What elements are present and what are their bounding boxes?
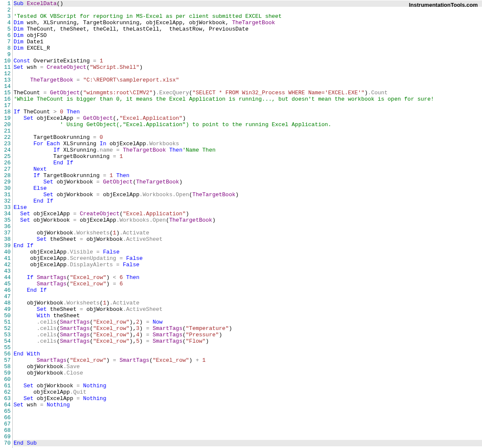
line-number: 31: [0, 192, 11, 198]
code-line[interactable]: SmartTags("Excel_row") = SmartTags("Exce…: [14, 357, 482, 363]
code-line[interactable]: Const OverwriteExisting = 1: [14, 58, 482, 64]
code-line[interactable]: Dim EXCEL_R: [14, 45, 482, 51]
code-line[interactable]: Set objExcelApp = CreateObject("Excel.Ap…: [14, 211, 482, 217]
code-line[interactable]: TheTargetBook = "C:\REPORT\samplereport.…: [14, 77, 482, 83]
line-number: 65: [0, 408, 11, 414]
code-line[interactable]: For Each XLSrunning In objExcelApp.Workb…: [14, 141, 482, 147]
code-line[interactable]: [14, 70, 482, 77]
code-line[interactable]: objExcelApp.ScreenUpdating = False: [14, 255, 482, 262]
code-line[interactable]: ' Using GetObject(,"Excel.Application") …: [14, 121, 482, 128]
code-line[interactable]: [14, 376, 482, 383]
code-line[interactable]: Set theSheet = objWorkbook.ActiveSheet: [14, 236, 482, 242]
code-line[interactable]: End If: [14, 242, 482, 249]
code-line[interactable]: objWorkbook.Save: [14, 363, 482, 370]
code-line[interactable]: TargetBookrunning = 0: [14, 134, 482, 141]
code-line[interactable]: Set objWorkbook = objExcelApp.Workbooks.…: [14, 192, 482, 198]
code-line[interactable]: [14, 128, 482, 134]
code-line[interactable]: Set wsh = CreateObject("WScript.Shell"): [14, 64, 482, 70]
code-line[interactable]: [14, 434, 482, 440]
code-line[interactable]: Set objExcelApp = Nothing: [14, 395, 482, 402]
code-line[interactable]: 'Tested OK VBScript for reporting in MS-…: [14, 13, 482, 20]
code-line[interactable]: TheCount = GetObject("winmgmts:root\CIMV…: [14, 90, 482, 96]
code-line[interactable]: Else: [14, 204, 482, 211]
code-line[interactable]: [14, 408, 482, 414]
line-number: 36: [0, 223, 11, 230]
line-number: 11: [0, 64, 11, 70]
code-line[interactable]: TargetBookrunning = 1: [14, 153, 482, 160]
code-line[interactable]: End Sub: [14, 440, 482, 446]
code-line[interactable]: If SmartTags("Excel_row") < 6 Then: [14, 274, 482, 281]
code-line[interactable]: .cells(SmartTags("Excel_row"),5) = Smart…: [14, 338, 482, 344]
code-line[interactable]: Set theSheet = objWorkbook.ActiveSheet: [14, 306, 482, 313]
line-number: 30: [0, 185, 11, 192]
code-line[interactable]: End If: [14, 287, 482, 293]
line-number: 4: [0, 20, 11, 26]
line-number: 60: [0, 376, 11, 383]
line-number: 50: [0, 313, 11, 319]
code-line[interactable]: Else: [14, 185, 482, 192]
code-line[interactable]: [14, 223, 482, 230]
code-line[interactable]: [14, 421, 482, 427]
line-number: 12: [0, 70, 11, 77]
code-line[interactable]: SmartTags("Excel_row") = 6: [14, 281, 482, 287]
code-line[interactable]: Set objWorkbook = objExcelApp.Workbooks.…: [14, 217, 482, 223]
code-line[interactable]: [14, 344, 482, 351]
line-number: 64: [0, 402, 11, 408]
line-number: 54: [0, 338, 11, 344]
code-line[interactable]: 'While TheCount is bigger than 0, it mea…: [14, 96, 482, 102]
code-line[interactable]: [14, 414, 482, 421]
line-number: 43: [0, 268, 11, 274]
code-line[interactable]: End If: [14, 160, 482, 166]
code-line[interactable]: objExcelApp.DisplayAlerts = False: [14, 262, 482, 268]
line-number: 39: [0, 242, 11, 249]
code-line[interactable]: Dim wsh, XLSrunning, TargetBookrunning, …: [14, 20, 482, 26]
line-number: 40: [0, 249, 11, 255]
code-line[interactable]: objWorkbook.Worksheets(1).Activate: [14, 230, 482, 236]
code-line[interactable]: [14, 268, 482, 274]
code-line[interactable]: Set objWorkbook = Nothing: [14, 383, 482, 389]
code-line[interactable]: End With: [14, 351, 482, 357]
code-line[interactable]: Dim TheCount, theSheet, theCell, theLast…: [14, 26, 482, 32]
line-number: 13: [0, 77, 11, 83]
code-line[interactable]: [14, 51, 482, 58]
code-line[interactable]: .cells(SmartTags("Excel_row"),3) = Smart…: [14, 325, 482, 332]
code-line[interactable]: objExcelApp.Quit: [14, 389, 482, 395]
line-number: 16: [0, 96, 11, 102]
line-number: 49: [0, 306, 11, 313]
code-line[interactable]: Dim Date1: [14, 39, 482, 45]
code-line[interactable]: Set wsh = Nothing: [14, 402, 482, 408]
line-number: 19: [0, 115, 11, 121]
line-number: 69: [0, 434, 11, 440]
code-line[interactable]: objWorkbook.Worksheets(1).Activate: [14, 300, 482, 306]
code-line[interactable]: [14, 102, 482, 109]
code-line[interactable]: If TheCount > 0 Then: [14, 109, 482, 115]
code-line[interactable]: End If: [14, 198, 482, 204]
line-number: 48: [0, 300, 11, 306]
code-line[interactable]: .cells(SmartTags("Excel_row"),2) = Now: [14, 319, 482, 325]
line-number: 28: [0, 172, 11, 179]
code-editor[interactable]: 1234567891011121314151617181920212223242…: [0, 0, 482, 448]
code-line[interactable]: objWorkbook.Close: [14, 370, 482, 376]
code-line[interactable]: Next: [14, 166, 482, 172]
line-number: 58: [0, 363, 11, 370]
watermark: InstrumentationTools.com: [409, 2, 478, 8]
line-number: 42: [0, 262, 11, 268]
line-number: 2: [0, 7, 11, 13]
code-area[interactable]: Sub ExcelData()'Tested OK VBScript for r…: [13, 0, 482, 448]
code-line[interactable]: [14, 83, 482, 90]
code-line[interactable]: Dim objFSO: [14, 32, 482, 39]
line-number: 20: [0, 121, 11, 128]
code-line[interactable]: With theSheet: [14, 313, 482, 319]
code-line[interactable]: [14, 427, 482, 434]
code-line[interactable]: If TargetBookrunning = 1 Then: [14, 172, 482, 179]
code-line[interactable]: .cells(SmartTags("Excel_row"),4) = Smart…: [14, 332, 482, 338]
line-number: 61: [0, 383, 11, 389]
line-number: 55: [0, 344, 11, 351]
code-line[interactable]: objExcelApp.Visible = False: [14, 249, 482, 255]
line-number: 29: [0, 179, 11, 185]
code-line[interactable]: If XLSrunning.name = TheTargetBook Then'…: [14, 147, 482, 153]
line-number: 57: [0, 357, 11, 363]
code-line[interactable]: [14, 293, 482, 300]
code-line[interactable]: Set objWorkbook = GetObject(TheTargetBoo…: [14, 179, 482, 185]
code-line[interactable]: Set objExcelApp = GetObject(,"Excel.Appl…: [14, 115, 482, 121]
